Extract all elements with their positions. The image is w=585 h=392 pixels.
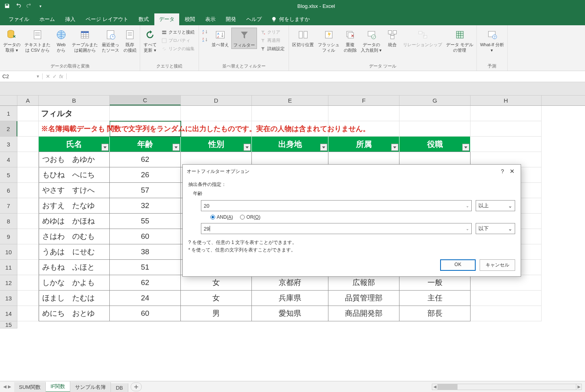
row-header-8[interactable]: 8 [0, 214, 17, 229]
save-icon[interactable] [2, 1, 12, 11]
undo-icon[interactable] [13, 1, 23, 11]
table-header-sex[interactable]: 性別 [181, 137, 252, 152]
table-header-role[interactable]: 役職 [399, 137, 471, 152]
data-validation-button[interactable]: データの 入力規則 ▾ [359, 28, 383, 54]
filter-dropdown-dept[interactable] [391, 144, 398, 151]
cell-a3[interactable] [17, 137, 39, 152]
chevron-down-icon[interactable]: ⌄ [466, 204, 469, 208]
cell-e1[interactable] [252, 106, 328, 121]
remove-duplicates-button[interactable]: 重複 の削除 [342, 28, 358, 54]
recent-sources-button[interactable]: 最近使っ たソース [100, 28, 121, 54]
cell-b7[interactable]: おすえ たなゆ [39, 198, 110, 214]
cell-f1[interactable] [328, 106, 399, 121]
cell-d1[interactable] [181, 106, 252, 121]
cell-g14[interactable]: 部長 [399, 306, 471, 321]
filter-button[interactable]: フィルター [231, 28, 257, 49]
cell-b9[interactable]: さはわ のむも [39, 229, 110, 244]
cell-e14[interactable]: 愛知県 [252, 306, 328, 321]
cell-a11[interactable] [17, 260, 39, 275]
criteria-value-2[interactable]: 29⌄ [201, 223, 472, 234]
existing-connections-button[interactable]: 既存 の接続 [122, 28, 138, 54]
tab-help[interactable]: ヘルプ [242, 13, 266, 25]
tab-file[interactable]: ファイル [4, 13, 34, 25]
col-header-a[interactable]: A [17, 96, 39, 105]
row-header-11[interactable]: 11 [0, 260, 17, 275]
refresh-all-button[interactable]: すべて 更新 ▾ [142, 28, 158, 54]
cell-d13[interactable]: 女 [181, 291, 252, 306]
tab-insert[interactable]: 挿入 [60, 13, 80, 25]
col-header-f[interactable]: F [328, 96, 399, 105]
filter-dropdown-age[interactable] [172, 144, 180, 151]
cell-a1[interactable] [17, 106, 39, 121]
cell-h13[interactable] [471, 291, 542, 306]
dialog-titlebar[interactable]: オートフィルター オプション ? ✕ [183, 165, 521, 178]
filter-dropdown-sex[interactable] [244, 144, 251, 151]
row-header-3[interactable]: 3 [0, 137, 17, 152]
sheet-tab-db[interactable]: DB [111, 383, 128, 392]
name-box[interactable]: C2 ▼ [0, 73, 43, 79]
table-header-pref[interactable]: 出身地 [252, 137, 328, 152]
cell-h3[interactable] [471, 137, 542, 152]
cell-a2[interactable] [17, 121, 39, 137]
row-header-12[interactable]: 12 [0, 275, 17, 291]
cell-a14[interactable] [17, 306, 39, 321]
cell-c11[interactable]: 51 [110, 260, 181, 275]
cell-c4[interactable]: 62 [110, 152, 181, 167]
cell-b11[interactable]: みもね ふほと [39, 260, 110, 275]
tab-page-layout[interactable]: ページ レイアウト [81, 13, 133, 25]
cell-b14[interactable]: めにち おとゆ [39, 306, 110, 321]
row-header-10[interactable]: 10 [0, 244, 17, 260]
cell-a9[interactable] [17, 229, 39, 244]
row-header-14[interactable]: 14 [0, 306, 17, 321]
filter-dropdown-role[interactable] [462, 144, 469, 151]
table-header-age[interactable]: 年齢 [110, 137, 181, 152]
row-header-5[interactable]: 5 [0, 167, 17, 183]
row-header-9[interactable]: 9 [0, 229, 17, 244]
cell-a12[interactable] [17, 275, 39, 291]
cell-e12[interactable]: 京都府 [252, 275, 328, 291]
scroll-right-icon[interactable]: ▶ [576, 384, 581, 390]
chevron-down-icon[interactable]: ⌄ [508, 226, 512, 232]
fx-icon[interactable]: fx [59, 73, 63, 79]
flash-fill-button[interactable]: フラッシュ フィル [316, 28, 341, 54]
row-header-1[interactable]: 1 [0, 106, 17, 121]
radio-or[interactable]: OR(O) [240, 214, 260, 220]
cell-h1[interactable] [471, 106, 542, 121]
cell-d14[interactable]: 男 [181, 306, 252, 321]
relationships-button[interactable]: リレーションシップ [401, 28, 444, 48]
criteria-operator-2[interactable]: 以下⌄ [476, 223, 515, 234]
data-model-button[interactable]: データ モデル の管理 [444, 28, 475, 54]
table-header-name[interactable]: 氏名 [39, 137, 110, 152]
scrollbar-thumb[interactable] [438, 384, 458, 390]
cell-a7[interactable] [17, 198, 39, 214]
cell-f12[interactable]: 広報部 [328, 275, 399, 291]
cell-c12[interactable]: 62 [110, 275, 181, 291]
cell-b5[interactable]: もひね へにち [39, 167, 110, 183]
col-header-h[interactable]: H [471, 96, 542, 105]
redo-icon[interactable] [24, 1, 34, 11]
col-header-d[interactable]: D [181, 96, 252, 105]
sheet-tab-sum[interactable]: SUM関数 [14, 382, 46, 392]
cell-f14[interactable]: 商品開発部 [328, 306, 399, 321]
cell-e13[interactable]: 兵庫県 [252, 291, 328, 306]
qat-customize-icon[interactable]: ▾ [36, 1, 45, 11]
sheet-nav-next[interactable]: ▶ [8, 384, 11, 389]
tab-view[interactable]: 表示 [201, 13, 220, 25]
cancel-formula-icon[interactable]: ✕ [46, 73, 50, 79]
cell-f13[interactable]: 品質管理部 [328, 291, 399, 306]
cell-g2[interactable] [399, 121, 471, 137]
cell-b4[interactable]: つおも あゆか [39, 152, 110, 167]
cell-a5[interactable] [17, 167, 39, 183]
cell-b8[interactable]: めゆは かほね [39, 214, 110, 229]
col-header-c[interactable]: C [110, 96, 181, 105]
row-header-15[interactable]: 15 [0, 321, 17, 328]
cell-a13[interactable] [17, 291, 39, 306]
cell-a6[interactable] [17, 183, 39, 198]
row-header-6[interactable]: 6 [0, 183, 17, 198]
cell-h14[interactable] [471, 306, 542, 321]
sort-desc-button[interactable]: ZA [201, 36, 208, 43]
cell-h12[interactable] [471, 275, 542, 291]
tab-home[interactable]: ホーム [35, 13, 60, 25]
row-header-4[interactable]: 4 [0, 152, 17, 167]
help-icon[interactable]: ? [498, 168, 507, 174]
